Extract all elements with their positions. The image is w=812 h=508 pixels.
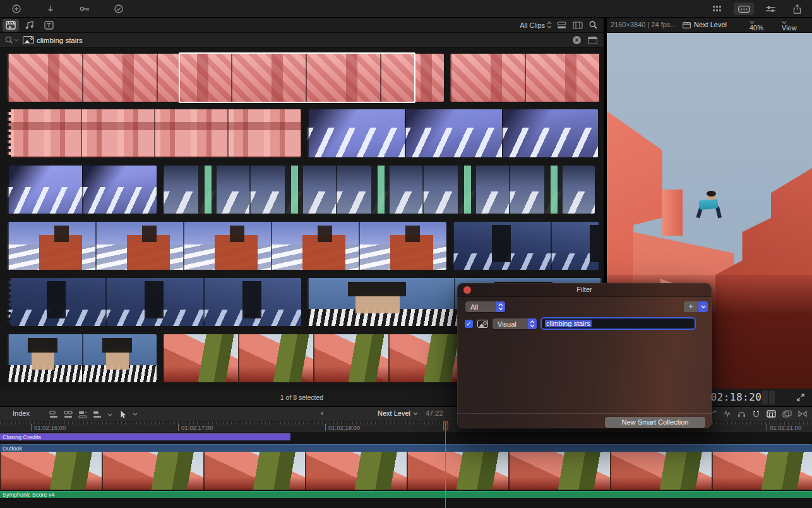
filter-dialog: Filter All + ✓ Visual climbing stairs Ne… (457, 283, 712, 428)
browser-tabbar: All Clips (0, 18, 604, 33)
solo-icon[interactable] (737, 410, 746, 418)
sliders-icon (766, 5, 775, 13)
browser-search-bar[interactable]: climbing stairs × (0, 33, 604, 48)
project-duration: 47:22 (426, 409, 443, 417)
chevron-down-icon[interactable] (133, 413, 138, 416)
grid-view-button[interactable] (707, 3, 727, 15)
append-clip-icon[interactable] (78, 411, 87, 418)
import-icon (11, 4, 21, 14)
search-input-value[interactable]: climbing stairs (37, 37, 83, 44)
clear-search-button[interactable]: × (573, 36, 581, 44)
overwrite-clip-icon[interactable] (93, 411, 102, 418)
film-view-icon (573, 21, 583, 29)
snapping-icon[interactable] (752, 410, 760, 418)
video-clip[interactable]: Outlook (0, 444, 812, 490)
zoom-level-menu[interactable]: 40% (749, 21, 755, 24)
add-rule-menu-button[interactable] (698, 301, 708, 312)
ruler-label: 01:02:21:00 (767, 424, 801, 431)
connect-clip-icon[interactable] (49, 411, 58, 418)
import-media-button[interactable] (6, 3, 27, 15)
audio-skimming-icon[interactable] (723, 410, 731, 418)
browser-clip-green-dress[interactable] (163, 166, 595, 214)
fullscreen-button[interactable] (797, 394, 804, 401)
ruler-label: 01:02:17:00 (178, 424, 213, 431)
filmstrip-view-button[interactable] (734, 3, 754, 15)
browser-clip-pink-maze[interactable] (8, 54, 444, 102)
browser-clip-selfie-close[interactable] (8, 334, 157, 382)
audio-clip[interactable]: Symphonic Score v4 (0, 491, 812, 498)
viewer-image-person (695, 193, 728, 250)
title-clip[interactable]: Closing Credits (0, 433, 290, 440)
tab-photos-audio[interactable] (21, 19, 38, 32)
video-clip-filmstrip (0, 452, 812, 490)
browser-clip-cactus[interactable] (163, 334, 463, 382)
background-tasks-button[interactable] (109, 3, 129, 15)
project-clapper-icon (683, 22, 691, 28)
music-notes-icon (25, 21, 35, 30)
rule-value-input[interactable]: climbing stairs (540, 317, 696, 330)
clip-filter-popup[interactable]: All Clips (520, 21, 552, 29)
selection-count: 1 of 8 selected (280, 394, 323, 401)
add-rule-button[interactable]: + (684, 301, 698, 312)
format-info: 2160×3840 | 24 fps… (611, 21, 677, 28)
browser-clip-floral-blue[interactable] (8, 278, 301, 326)
select-tool-icon[interactable] (120, 410, 127, 418)
view-menu[interactable]: View (782, 21, 787, 24)
tab-media-browser[interactable] (3, 19, 19, 32)
insert-clip-icon[interactable] (64, 411, 73, 418)
rule-enabled-checkbox[interactable]: ✓ (465, 320, 473, 328)
browser-row (8, 54, 604, 102)
timeline-tracks: Closing Credits Outlook Symphonic Score … (0, 432, 812, 508)
new-smart-collection-button[interactable]: New Smart Collection (605, 417, 705, 428)
browser-film-view-button[interactable] (573, 21, 583, 29)
filmstrip-view-icon (738, 6, 750, 13)
ruler-label: 01:02:16:00 (31, 424, 66, 431)
audio-meter-left[interactable] (762, 390, 768, 404)
chevron-down-icon (14, 39, 19, 42)
filter-dialog-titlebar[interactable]: Filter (457, 283, 712, 297)
download-button[interactable] (40, 3, 61, 15)
dialog-divider (457, 413, 712, 414)
browser-clip-floral-blue[interactable] (453, 222, 599, 270)
viewer-image-pillar (662, 190, 683, 236)
selected-text: climbing stairs (545, 320, 592, 327)
browser-clip-orange-man[interactable] (8, 222, 446, 270)
share-button[interactable] (787, 3, 807, 15)
list-view-icon (557, 21, 566, 29)
browser-clip-pink-maze[interactable] (450, 54, 599, 102)
timeline-back-button[interactable]: ‹ (321, 408, 323, 418)
playhead[interactable] (445, 421, 446, 508)
key-icon (80, 5, 90, 13)
search-options-button[interactable] (5, 36, 19, 44)
video-clip-name: Outlook (0, 444, 812, 452)
keywords-button[interactable] (75, 3, 95, 15)
rule-type-popup[interactable]: Visual (493, 318, 537, 329)
selection-range[interactable] (179, 52, 415, 103)
share-icon (793, 4, 801, 14)
browser-row (8, 222, 604, 270)
timeline-index-icon[interactable] (782, 410, 792, 418)
filter-window-button[interactable] (588, 37, 597, 44)
expand-icon (797, 394, 804, 401)
index-button[interactable]: Index (13, 409, 30, 417)
clip-appearance-icon[interactable] (767, 410, 776, 418)
visual-search-token-icon (23, 36, 34, 44)
browser-clip-blue-stairs[interactable] (307, 109, 598, 157)
filter-dialog-title: Filter (457, 286, 712, 293)
main-toolbar (0, 0, 812, 18)
grid-view-icon (713, 5, 722, 13)
browser-list-view-button[interactable] (557, 21, 566, 29)
chevron-down-icon[interactable] (107, 413, 112, 416)
browser-clip-pink-building[interactable] (8, 109, 301, 157)
trim-icon[interactable] (798, 410, 807, 418)
clapperboard-icon (6, 21, 16, 30)
tab-titles-generators[interactable] (40, 19, 57, 32)
timeline-project-popup[interactable]: Next Level (378, 409, 418, 417)
audio-meter-right[interactable] (769, 390, 775, 404)
match-popup[interactable]: All (465, 301, 505, 312)
browser-search-button[interactable] (589, 21, 597, 29)
stepper-icon (528, 318, 537, 329)
adjustments-button[interactable] (760, 3, 780, 15)
browser-clip-purple-stairs[interactable] (8, 166, 157, 214)
ruler-label: 01:02:18:00 (325, 424, 360, 431)
